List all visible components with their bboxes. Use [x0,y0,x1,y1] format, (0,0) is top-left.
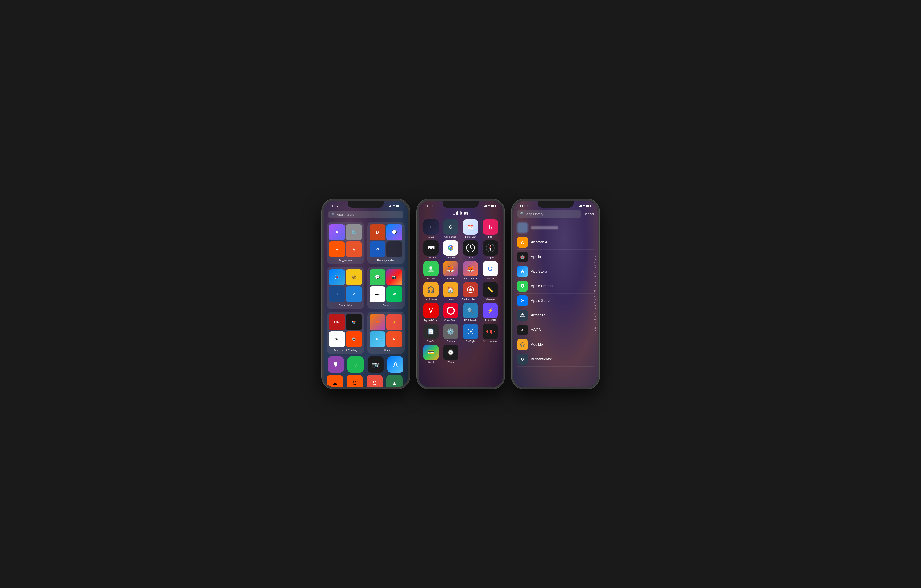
list-item-audible[interactable]: 🎧 Audible [517,337,594,352]
list-item-annotable[interactable]: A Annotable [517,235,594,250]
app-messenger-1[interactable]: 💬 [386,224,402,240]
alpha-v[interactable]: V [594,315,596,318]
app-settings-util[interactable]: ⚙️ Settings [442,324,459,343]
app-shortcuts[interactable] [329,224,345,240]
app-misc-2[interactable]: ▲ [386,375,403,387]
alpha-a[interactable]: A [594,255,596,258]
alpha-m[interactable]: M [594,290,596,292]
app-clock[interactable]: Clock [462,240,479,259]
alpha-hash[interactable]: # [594,330,596,333]
app-wallet[interactable]: 💳 Wallet [422,345,440,364]
app-firefoxfocus[interactable]: 🦊 Firefox Focus [462,261,479,280]
app-compass[interactable]: N Compass [482,240,499,259]
alpha-g[interactable]: G [594,273,596,275]
folder-utilities[interactable]: 🦊 ⚡ Te N Utilities [367,312,405,354]
app-soundcloud-3[interactable]: S [347,375,363,387]
app-mixed-1[interactable] [386,241,402,257]
app-apollo-1[interactable]: A [386,356,405,373]
app-chrome[interactable]: Chrome [442,240,459,259]
app-notion-1[interactable]: me [369,286,386,302]
app-messages-1[interactable]: 💬 [369,269,386,285]
list-item-apollo[interactable]: 🤖 Apollo [517,250,594,264]
app-calculator[interactable]: ⌨ Calculator [422,240,440,259]
app-spotify-1[interactable]: ♪ [347,356,365,373]
cancel-button-3[interactable]: Cancel [583,212,594,216]
list-item-artpaper[interactable]: Artpaper [517,308,594,323]
app-vodafone[interactable]: V My Vodafone [422,303,440,322]
app-measure[interactable]: 📏 Measure [482,282,499,301]
alpha-q[interactable]: Q [594,301,596,304]
search-bar-3[interactable]: 🔍 App Library [517,210,581,218]
alpha-index[interactable]: A B C D E F G H I J K L M N O P Q R S T … [594,255,596,333]
app-bbc-1[interactable]: BBCNEWS [329,314,345,330]
app-testflight[interactable]: TestFlight [462,324,479,343]
app-kindle-1[interactable]: 📚 [346,314,362,330]
app-jpr[interactable]: JustPressRecord [462,282,479,301]
app-soundcloud-2[interactable]: ☁ [327,375,343,387]
app-watch[interactable]: ⌚ Watch [442,345,459,364]
app-scanpro[interactable]: 📄 ScanPro [422,324,440,343]
app-authenticator-util[interactable]: G Authenticator [442,219,459,238]
list-item-asos[interactable]: a ASOS [517,323,594,337]
app-firefox-1[interactable]: 🦊 [369,314,386,330]
app-settings-1[interactable]: ⚙️ [346,224,362,240]
app-cobalt-1[interactable]: C [329,286,345,302]
alpha-d[interactable]: D [594,264,596,267]
folder-suggestions[interactable]: ⚙️ ☁ ★ Suggestions [327,222,364,264]
alpha-t[interactable]: T [594,310,596,312]
app-list-item-blurred[interactable] [513,221,597,235]
alpha-z[interactable]: Z [594,327,596,330]
app-reeder-1[interactable]: ★ [346,241,362,257]
app-soundcloud[interactable]: ☁ [329,241,345,257]
list-item-applestore[interactable]: 🛍 Apple Store [517,294,594,308]
alpha-r[interactable]: R [594,304,596,307]
app-firefox[interactable]: 🦊 Firefox [442,261,459,280]
alpha-e[interactable]: E [594,267,596,270]
alpha-u[interactable]: U [594,313,596,315]
folder-recently[interactable]: B 💬 W Recently Added [367,222,405,264]
app-camera-1[interactable]: 📷 [366,356,385,373]
app-opera[interactable]: Opera Touch [442,303,459,322]
app-headphones[interactable]: 🎧 Headphones [422,282,440,301]
alpha-o[interactable]: O [594,296,596,298]
app-word-1[interactable]: W [369,241,386,257]
alpha-w[interactable]: W [594,318,596,321]
alpha-y[interactable]: Y [594,324,596,327]
alpha-l[interactable]: L [594,287,596,290]
folder-productivity[interactable]: 🦋 C ✓ Productivity [327,267,364,309]
alpha-n[interactable]: N [594,292,596,296]
alpha-k[interactable]: K [594,284,596,287]
alpha-h[interactable]: H [594,276,596,278]
app-findmy[interactable]: Find My [422,261,440,280]
app-protonvpn[interactable]: ⚡ ProtonVPN [482,303,499,322]
app-misc-1[interactable]: S [366,375,383,387]
app-instagram-1[interactable]: 📷 [386,269,402,285]
alpha-x[interactable]: X [594,321,596,324]
app-google[interactable]: G Google [482,261,499,280]
alpha-i[interactable]: I [594,278,596,281]
app-wechat-1[interactable]: W [386,286,402,302]
app-podcasts-1[interactable]: 🎙 [327,356,345,373]
folder-reference[interactable]: BBCNEWS 📚 W 👽 Reference & Reading [327,312,364,354]
app-bear-1[interactable]: B [369,224,386,240]
app-tes-1[interactable]: 🦋 [346,269,362,285]
search-bar-1[interactable]: 🔍 App Library [328,211,403,218]
app-safari-1[interactable] [329,269,345,285]
list-item-appstore[interactable]: App Store [517,264,594,279]
folder-social[interactable]: 💬 📷 me W Social [367,267,405,309]
alpha-b[interactable]: B [594,258,596,261]
app-home[interactable]: 🏠 Home [442,282,459,301]
list-item-authenticator[interactable]: G Authenticator [517,352,594,367]
alpha-c[interactable]: C [594,262,596,264]
app-voicememos[interactable]: Voice Memos [482,324,499,343]
app-maps-1[interactable]: Te [369,331,386,347]
app-reddit-1[interactable]: 👽 [346,331,362,347]
alpha-p[interactable]: P [594,299,596,301]
alpha-s[interactable]: S [594,307,596,310]
alpha-j[interactable]: J [594,281,596,284]
app-pdfsearch[interactable]: 🔍 PDF Search [462,303,479,322]
app-reeder-2[interactable]: ⚡ [386,314,402,330]
app-1111[interactable]: 1 4 1.1.1.1 [422,219,440,238]
app-betterday[interactable]: 📅 Better Day [462,219,479,238]
app-wiki-1[interactable]: W [329,331,345,347]
